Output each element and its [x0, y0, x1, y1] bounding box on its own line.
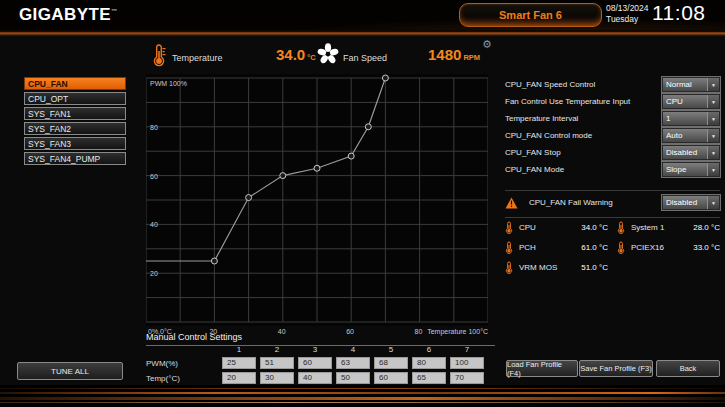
- column-header: 7: [450, 345, 484, 354]
- chevron-down-icon: ▼: [707, 129, 719, 142]
- bios-screen: GIGABYTE™ Smart Fan 6 08/13/2024 Tuesday…: [0, 0, 725, 407]
- column-header: 2: [260, 345, 294, 354]
- thermometer-icon: [505, 221, 513, 234]
- footer-accent-streaks: [0, 385, 725, 407]
- value-cell[interactable]: 100: [450, 357, 484, 369]
- temp-reading-vrm-mos: VRM MOS51.0 °C: [505, 261, 608, 273]
- fail-warning-label: CPU_FAN Fail Warning: [529, 198, 662, 207]
- fan-list: CPU_FANCPU_OPTSYS_FAN1SYS_FAN2SYS_FAN3SY…: [24, 77, 126, 167]
- trademark: ™: [111, 8, 117, 14]
- y-tick-label: 20: [150, 270, 158, 277]
- value-cell[interactable]: 30: [260, 372, 294, 384]
- temperature-label: Temperature: [172, 53, 223, 63]
- curve-point[interactable]: [246, 195, 252, 201]
- curve-point[interactable]: [211, 258, 217, 264]
- value-cell[interactable]: 68: [374, 357, 408, 369]
- back-button[interactable]: Back: [656, 360, 720, 377]
- chevron-down-icon: ▼: [707, 196, 719, 209]
- setting-label: Fan Control Use Temperature Input: [505, 97, 630, 106]
- temp-reading-pch: PCH61.0 °C: [505, 241, 608, 253]
- setting-row: Fan Control Use Temperature InputCPU▼: [505, 93, 720, 110]
- fan-speed-value: 1480RPM: [428, 46, 480, 63]
- value-cell[interactable]: 20: [222, 372, 256, 384]
- setting-label: CPU_FAN Control mode: [505, 131, 592, 140]
- thermometer-icon: [617, 241, 625, 254]
- y-tick-label: 40: [150, 221, 158, 228]
- temp-reading-system-1: System 128.0 °C: [617, 221, 720, 233]
- column-header: 6: [412, 345, 446, 354]
- value-cell[interactable]: 80: [412, 357, 446, 369]
- y-tick-label: 80: [150, 124, 158, 131]
- temperature-value: 34.0°C: [276, 46, 316, 63]
- manual-control-table: 1234567PWM(%)255160636880100Temp(°C)2030…: [146, 345, 484, 384]
- setting-dropdown[interactable]: Auto▼: [662, 128, 720, 143]
- value-cell[interactable]: 60: [298, 357, 332, 369]
- setting-dropdown[interactable]: Slope▼: [662, 162, 720, 177]
- column-header: 3: [298, 345, 332, 354]
- sidebar-item-sys_fan1[interactable]: SYS_FAN1: [24, 107, 126, 120]
- fan-speed-label: Fan Speed: [343, 53, 387, 63]
- temp-reading-pciex16: PCIEX1633.0 °C: [617, 241, 720, 253]
- curve-point[interactable]: [280, 173, 286, 179]
- date-display: 08/13/2024 Tuesday: [606, 3, 649, 25]
- sidebar-item-cpu_opt[interactable]: CPU_OPT: [24, 92, 126, 105]
- thermometer-icon: [505, 261, 513, 274]
- setting-row: CPU_FAN Speed ControlNormal▼: [505, 76, 720, 93]
- chevron-down-icon: ▼: [707, 146, 719, 159]
- curve-point[interactable]: [365, 124, 371, 130]
- setting-label: CPU_FAN Stop: [505, 148, 561, 157]
- thermometer-icon: [505, 241, 513, 254]
- chevron-down-icon: ▼: [707, 163, 719, 176]
- gear-icon[interactable]: ⚙: [482, 39, 492, 50]
- header: GIGABYTE™ Smart Fan 6 08/13/2024 Tuesday…: [0, 0, 725, 30]
- fail-warning-dropdown[interactable]: Disabled ▼: [662, 195, 720, 210]
- setting-dropdown[interactable]: 1▼: [662, 111, 720, 126]
- setting-dropdown[interactable]: Disabled▼: [662, 145, 720, 160]
- row-label: PWM(%): [146, 359, 218, 368]
- sidebar-item-sys_fan4_pump[interactable]: SYS_FAN4_PUMP: [24, 152, 126, 165]
- value-cell[interactable]: 63: [336, 357, 370, 369]
- gigabyte-logo: GIGABYTE™: [19, 5, 117, 25]
- chevron-down-icon: ▼: [707, 78, 719, 91]
- setting-dropdown[interactable]: Normal▼: [662, 77, 720, 92]
- curve-point[interactable]: [348, 153, 354, 159]
- y-tick-label: 60: [150, 173, 158, 180]
- setting-row: CPU_FAN ModeSlope▼: [505, 161, 720, 178]
- setting-row: Temperature Interval1▼: [505, 110, 720, 127]
- manual-control-settings-title: Manual Control Settings: [146, 332, 495, 346]
- fail-warning-row: CPU_FAN Fail Warning Disabled ▼: [505, 195, 720, 210]
- value-cell[interactable]: 40: [298, 372, 332, 384]
- clock: 11:08: [652, 1, 706, 25]
- tab-smart-fan-6[interactable]: Smart Fan 6: [459, 3, 602, 27]
- column-header: 4: [336, 345, 370, 354]
- column-header: 5: [374, 345, 408, 354]
- load-fan-profile-button[interactable]: Load Fan Profile (F4): [506, 360, 578, 377]
- sidebar-item-sys_fan2[interactable]: SYS_FAN2: [24, 122, 126, 135]
- save-fan-profile-button[interactable]: Save Fan Profile (F3): [579, 360, 653, 377]
- temp-reading-cpu: CPU34.0 °C: [505, 221, 608, 233]
- fan-curve-chart[interactable]: PWM 100%806040200%,0°C20406080Temperatur…: [146, 74, 488, 326]
- sidebar-item-sys_fan3[interactable]: SYS_FAN3: [24, 137, 126, 150]
- curve-point[interactable]: [314, 165, 320, 171]
- temperature-unit: °C: [307, 53, 315, 62]
- thermometer-icon: [617, 221, 625, 234]
- main-content: Temperature 34.0°C Fan Speed 1480RPM ⚙ C…: [0, 36, 725, 385]
- y-axis-label: PWM 100%: [150, 80, 187, 87]
- setting-label: Temperature Interval: [505, 114, 578, 123]
- setting-dropdown[interactable]: CPU▼: [662, 94, 720, 109]
- value-cell[interactable]: 70: [450, 372, 484, 384]
- column-header: 1: [222, 345, 256, 354]
- sidebar-item-cpu_fan[interactable]: CPU_FAN: [24, 77, 126, 90]
- value-cell[interactable]: 65: [412, 372, 446, 384]
- warning-triangle-icon: [505, 197, 518, 209]
- curve-point[interactable]: [382, 75, 388, 81]
- value-cell[interactable]: 60: [374, 372, 408, 384]
- value-cell[interactable]: 50: [336, 372, 370, 384]
- value-cell[interactable]: 51: [260, 357, 294, 369]
- weekday-value: Tuesday: [606, 14, 649, 25]
- fan-icon: [316, 42, 340, 66]
- fan-settings-panel: CPU_FAN Speed ControlNormal▼Fan Control …: [505, 76, 720, 178]
- chevron-down-icon: ▼: [707, 112, 719, 125]
- tune-all-button[interactable]: TUNE ALL: [17, 362, 123, 380]
- value-cell[interactable]: 25: [222, 357, 256, 369]
